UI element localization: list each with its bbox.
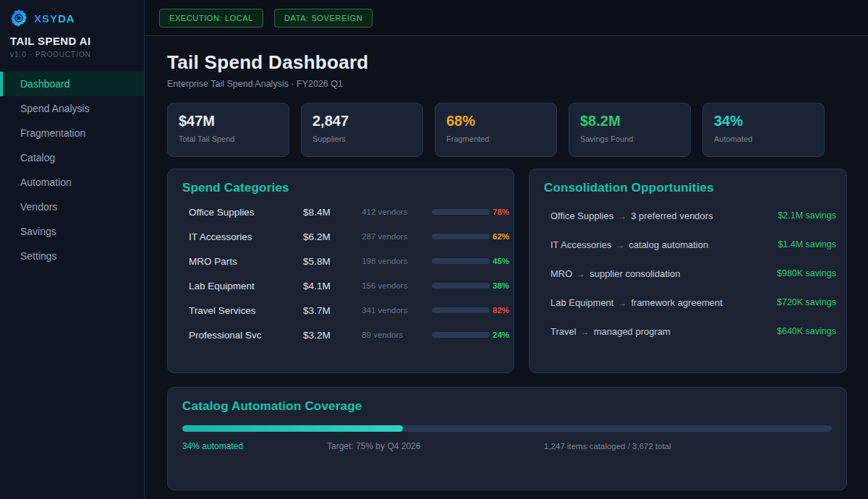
sidebar-item-fragmentation[interactable]: Fragmentation (0, 121, 144, 145)
items-cataloged-label: 1,247 items cataloged / 3,672 total (544, 442, 832, 451)
sidebar-item-label: Catalog (20, 152, 55, 163)
category-amount: $3.2M (303, 330, 362, 341)
right-arrow-icon: → (576, 269, 585, 279)
kpi-value: 68% (446, 113, 545, 129)
category-amount: $3.7M (303, 305, 362, 316)
spend-categories-title: Spend Categories (182, 181, 509, 195)
kpi-label: Suppliers (312, 135, 412, 143)
category-name: Professional Svc (189, 330, 303, 341)
sidebar: XSYDA TAIL SPEND AI v1.0 · PRODUCTION Da… (0, 0, 145, 499)
consolidation-row: MRO→supplier consolidation $980K savings (544, 259, 836, 288)
sidebar-item-label: Spend Analysis (20, 103, 90, 114)
consolidation-description: MRO→supplier consolidation (550, 268, 680, 279)
sidebar-item-savings[interactable]: Savings (0, 219, 144, 244)
catalog-stats-row: 34% automated Target: 75% by Q4 2026 1,2… (182, 441, 832, 451)
panels-row: Spend Categories Office Supplies $8.4M 4… (167, 169, 847, 373)
kpi-label: Automated (714, 135, 813, 143)
consolidation-description: Travel→managed program (550, 326, 671, 337)
category-vendor-count: 89 vendors (362, 330, 432, 339)
sidebar-item-settings[interactable]: Settings (0, 244, 144, 268)
app-title: TAIL SPEND AI (0, 32, 144, 47)
consolidation-savings: $980K savings (777, 268, 836, 278)
sidebar-item-catalog[interactable]: Catalog (0, 145, 144, 170)
sidebar-item-spend-analysis[interactable]: Spend Analysis (0, 96, 144, 121)
category-vendor-count: 412 vendors (362, 208, 432, 216)
kpi-value: 34% (714, 113, 813, 129)
kpi-card: 68% Fragmented (435, 103, 557, 157)
category-percent: 78% (493, 208, 509, 216)
spend-category-row: Travel Services $3.7M 341 vendors 82% (182, 298, 509, 323)
kpi-row: $47M Total Tail Spend 2,847 Suppliers 68… (167, 103, 825, 157)
target-label: Target: 75% by Q4 2026 (327, 441, 544, 451)
sidebar-nav: Dashboard Spend Analysis Fragmentation C… (0, 72, 144, 268)
catalog-coverage-panel: Catalog Automation Coverage 34% automate… (167, 387, 847, 490)
category-vendor-count: 198 vendors (362, 257, 432, 265)
category-vendor-count: 341 vendors (362, 306, 432, 315)
app-version: v1.0 · PRODUCTION (0, 47, 144, 67)
sidebar-item-label: Settings (20, 250, 57, 262)
consolidation-row: Travel→managed program $640K savings (544, 317, 836, 346)
right-arrow-icon: → (618, 298, 626, 308)
consolidation-savings: $1.4M savings (778, 239, 836, 250)
catalog-coverage-title: Catalog Automation Coverage (182, 399, 832, 414)
category-percent: 82% (493, 306, 509, 315)
consolidation-panel: Consolidation Opportunities Office Suppl… (529, 169, 847, 373)
category-percent: 62% (493, 232, 509, 241)
category-amount: $5.8M (303, 256, 362, 267)
consolidation-category: Travel (550, 326, 576, 337)
category-progress-track (432, 234, 490, 239)
spend-category-row: Office Supplies $8.4M 412 vendors 78% (182, 200, 509, 224)
category-progress-track (432, 258, 490, 264)
category-progress-track (432, 209, 490, 215)
automated-percent-label: 34% automated (182, 441, 327, 451)
catalog-progress-track (182, 425, 832, 432)
spend-category-row: Lab Equipment $4.1M 156 vendors 38% (182, 273, 509, 298)
sidebar-item-label: Savings (20, 226, 56, 237)
category-amount: $8.4M (303, 207, 362, 218)
sidebar-item-label: Fragmentation (20, 127, 85, 139)
kpi-label: Fragmented (446, 135, 545, 143)
right-arrow-icon: → (581, 327, 590, 337)
consolidation-category: IT Accessories (550, 239, 611, 250)
sidebar-item-vendors[interactable]: Vendors (0, 195, 144, 219)
consolidation-row: Lab Equipment→framework agreement $720K … (544, 288, 836, 317)
page-title: Tail Spend Dashboard (167, 51, 847, 74)
kpi-value: $47M (179, 113, 278, 129)
kpi-card: $8.2M Savings Found (569, 103, 691, 157)
gear-hex-logo-icon (9, 9, 28, 27)
main-content: Tail Spend Dashboard Enterprise Tail Spe… (145, 36, 868, 490)
kpi-card: 2,847 Suppliers (301, 103, 423, 157)
consolidation-list: Office Supplies→3 preferred vendors $2.1… (544, 201, 836, 346)
spend-category-row: Professional Svc $3.2M 89 vendors 24% (182, 323, 509, 347)
topbar: EXECUTION: LOCALDATA: SOVEREIGN (145, 0, 868, 36)
consolidation-category: Lab Equipment (550, 297, 613, 308)
category-progress-track (432, 283, 490, 289)
category-name: Lab Equipment (189, 281, 303, 291)
category-name: MRO Parts (189, 256, 303, 267)
category-progress-track (432, 332, 490, 338)
catalog-progress-fill (182, 425, 403, 432)
sidebar-item-label: Vendors (20, 201, 57, 213)
sidebar-item-dashboard[interactable]: Dashboard (0, 72, 144, 96)
category-name: Office Supplies (189, 207, 303, 218)
kpi-label: Total Tail Spend (179, 135, 278, 143)
category-progress-track (432, 307, 490, 313)
kpi-value: 2,847 (312, 113, 412, 129)
consolidation-description: Office Supplies→3 preferred vendors (550, 210, 713, 221)
consolidation-description: Lab Equipment→framework agreement (550, 297, 723, 308)
spend-categories-panel: Spend Categories Office Supplies $8.4M 4… (167, 169, 514, 373)
category-amount: $6.2M (303, 231, 362, 242)
status-badge: DATA: SOVEREIGN (274, 9, 373, 27)
consolidation-category: Office Supplies (550, 210, 613, 221)
category-percent: 24% (493, 330, 509, 339)
consolidation-row: IT Accessories→catalog automation $1.4M … (544, 230, 836, 259)
consolidation-category: MRO (550, 268, 572, 279)
consolidation-title: Consolidation Opportunities (544, 181, 836, 195)
consolidation-action: 3 preferred vendors (631, 210, 712, 221)
kpi-card: $47M Total Tail Spend (167, 103, 289, 157)
spend-category-row: MRO Parts $5.8M 198 vendors 45% (182, 249, 509, 273)
category-percent: 38% (493, 281, 509, 290)
category-amount: $4.1M (303, 281, 362, 291)
sidebar-item-automation[interactable]: Automation (0, 170, 144, 195)
consolidation-savings: $720K savings (777, 297, 836, 307)
